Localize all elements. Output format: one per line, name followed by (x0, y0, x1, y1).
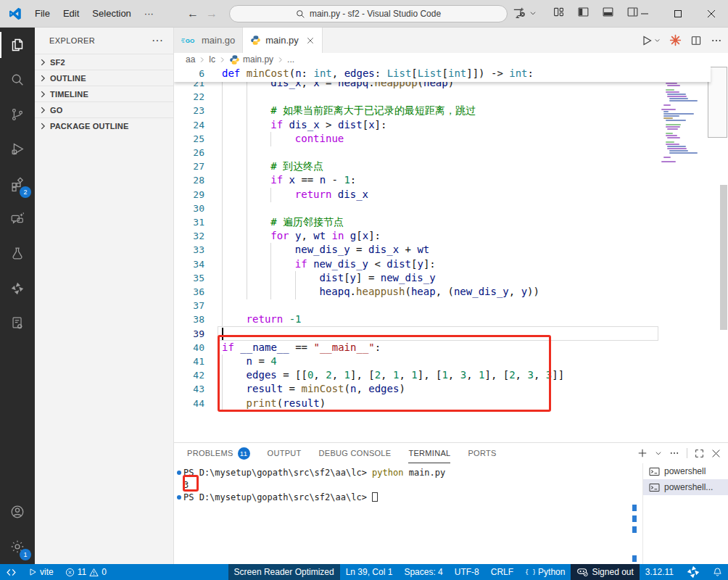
code-line-26[interactable]: 26 (174, 146, 658, 160)
sidebar-section-package-outline[interactable]: PACKAGE OUTLINE (35, 117, 173, 133)
breadcrumb-separator-icon (276, 56, 284, 64)
new-terminal-icon[interactable] (637, 448, 648, 458)
code-line-35[interactable]: 35dist[y] = new_dis_y (174, 271, 658, 286)
panel-more-actions-icon[interactable] (669, 448, 679, 458)
problems-count-badge: 11 (238, 447, 250, 460)
menu-edit[interactable]: Edit (57, 4, 86, 23)
code-line-33[interactable]: 33new_dis_y = dis_x + wt (174, 243, 658, 257)
terminal-overview-mark (632, 526, 637, 533)
minimize-button[interactable] (628, 0, 661, 28)
terminal-overview-mark (632, 515, 637, 522)
status-cursor-position[interactable]: Ln 39, Col 1 (340, 564, 399, 580)
panel-tab-problems[interactable]: PROBLEMS11 (187, 443, 250, 463)
sidebar-section-timeline[interactable]: TIMELINE (35, 86, 173, 102)
sidebar-section-outline[interactable]: OUTLINE (35, 70, 173, 86)
status-copilot-status[interactable]: Signed out (571, 564, 639, 580)
breadcrumb[interactable]: aalcmain.py... (174, 53, 728, 66)
breadcrumb-item[interactable]: ... (287, 54, 294, 65)
sidebar-more-actions-icon[interactable]: ··· (152, 34, 163, 47)
menu-[interactable]: ··· (138, 4, 160, 23)
status-extension-swirl[interactable] (679, 564, 707, 580)
activity-settings-icon[interactable]: 1 (0, 529, 35, 564)
terminal-output[interactable]: PS D:\mysetup\gopath\src\sf2\aa\lc> pyth… (174, 463, 642, 565)
nav-back-icon[interactable]: ← (187, 7, 199, 20)
launch-profile-button[interactable] (512, 6, 537, 20)
command-decoration-dot[interactable] (177, 471, 181, 475)
code-line-32[interactable]: 32for y, wt in g[x]: (174, 229, 658, 244)
nav-forward-icon[interactable]: → (206, 7, 218, 20)
code-line-27[interactable]: 27# 到达终点 (174, 160, 658, 174)
activity-run-debug-icon[interactable] (0, 132, 35, 167)
activity-source-control-icon[interactable] (0, 97, 35, 132)
close-tab-icon[interactable] (306, 36, 315, 45)
code-line-25[interactable]: 25continue (174, 132, 658, 146)
sidebar-section-go[interactable]: GO (35, 102, 173, 117)
status-eol-sequence[interactable]: CRLF (485, 564, 519, 580)
chevron-right-icon (38, 89, 48, 99)
play-icon (28, 568, 37, 576)
maximize-panel-icon[interactable] (695, 449, 704, 458)
sidebar-section-sf2[interactable]: SF2 (35, 54, 173, 70)
close-panel-icon[interactable] (711, 449, 721, 458)
customize-layout-icon[interactable] (553, 6, 565, 18)
editor-scrollbar-thumb[interactable] (720, 185, 727, 330)
status-problems-summary[interactable]: 110 (59, 564, 112, 580)
activity-chat-icon[interactable] (0, 202, 35, 236)
breadcrumb-item[interactable]: lc (209, 54, 215, 65)
activity-explorer-icon[interactable] (0, 28, 35, 62)
status-encoding[interactable]: UTF-8 (449, 564, 485, 580)
status-python-version[interactable]: 3.12.11 (640, 564, 679, 580)
activity-extension-swirl-icon[interactable] (0, 271, 35, 306)
code-line-34[interactable]: 34if new_dis_y < dist[y]: (174, 257, 658, 272)
code-line-28[interactable]: 28if x == n - 1: (174, 173, 658, 188)
code-editor[interactable]: 21dis_x, x = heapq.heappop(heap)2223# 如果… (174, 66, 728, 442)
activity-extensions-icon[interactable]: 2 (0, 167, 35, 202)
code-line-31[interactable]: 31# 遍历邻接节点 (174, 215, 658, 230)
code-line-22[interactable]: 22 (174, 90, 658, 104)
terminal-dropdown-icon[interactable] (655, 450, 662, 457)
toggle-panel-icon[interactable] (602, 6, 614, 18)
tab-main-go[interactable]: GOmain.go (174, 28, 243, 53)
sticky-scroll-line[interactable]: 6def minCost(n: int, edges: List[List[in… (174, 66, 711, 82)
activity-testing-icon[interactable] (0, 236, 35, 271)
editor-group: GOmain.gomain.py aalcmain.py... 21dis_x,… (174, 28, 728, 442)
code-line-30[interactable]: 30 (174, 202, 658, 216)
panel-tab-terminal[interactable]: TERMINAL (408, 443, 450, 463)
panel-tab-output[interactable]: OUTPUT (268, 443, 302, 463)
terminal-list-item[interactable]: powershell... (643, 479, 728, 495)
tab-label: main.py (265, 35, 299, 46)
minimap-slider[interactable] (708, 67, 727, 138)
panel-tab-ports[interactable]: PORTS (468, 443, 496, 463)
code-line-37[interactable]: 37 (174, 299, 658, 313)
status-indentation[interactable]: Spaces: 4 (398, 564, 448, 580)
status-screen-reader-mode[interactable]: Screen Reader Optimized (228, 564, 340, 580)
command-decoration-dot[interactable] (177, 495, 181, 500)
status-notifications[interactable] (707, 564, 728, 580)
code-line-23[interactable]: 23# 如果当前距离大于已记录的最短距离，跳过 (174, 104, 658, 118)
status-vite-task[interactable]: vite (22, 564, 59, 580)
activity-extension-runner-icon[interactable] (0, 306, 35, 341)
breadcrumb-item[interactable]: aa (186, 54, 195, 65)
breadcrumb-item[interactable]: main.py (229, 54, 273, 65)
code-line-38[interactable]: 38return -1 (174, 312, 658, 327)
terminal-list-item[interactable]: powershell (643, 463, 728, 479)
code-line-29[interactable]: 29return dis_x (174, 188, 658, 202)
status-language-mode[interactable]: { }Python (519, 564, 571, 580)
close-button[interactable] (695, 0, 728, 28)
tab-main-py[interactable]: main.py (243, 28, 323, 53)
extension-starburst-icon[interactable] (669, 34, 682, 46)
split-editor-icon[interactable] (690, 35, 702, 46)
toggle-primary-sidebar-icon[interactable] (577, 6, 590, 18)
code-line-24[interactable]: 24if dis_x > dist[x]: (174, 118, 658, 133)
panel-tab-debug-console[interactable]: DEBUG CONSOLE (319, 443, 392, 463)
menu-file[interactable]: File (28, 4, 57, 23)
run-python-button[interactable] (641, 35, 661, 46)
code-line-36[interactable]: 36heapq.heappush(heap, (new_dis_y, y)) (174, 285, 658, 299)
menu-selection[interactable]: Selection (86, 4, 137, 23)
activity-accounts-icon[interactable] (0, 494, 35, 529)
activity-search-icon[interactable] (0, 62, 35, 97)
editor-more-actions-icon[interactable] (711, 35, 722, 46)
maximize-button[interactable] (661, 0, 695, 28)
status-remote-indicator[interactable] (0, 564, 22, 580)
command-center-search[interactable]: main.py - sf2 - Visual Studio Code (229, 5, 508, 22)
